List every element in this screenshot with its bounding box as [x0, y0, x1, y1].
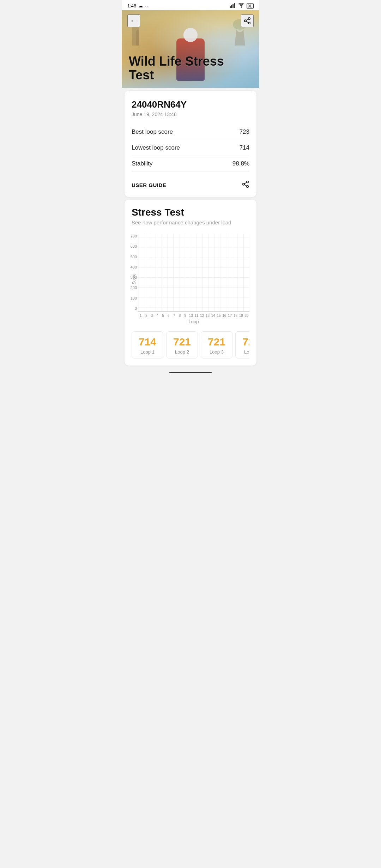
chart-svg [138, 234, 249, 311]
x-label-8: 8 [177, 314, 183, 318]
x-label-20: 20 [244, 314, 249, 318]
status-left: 1:48 [127, 3, 150, 8]
x-label-4: 4 [155, 314, 160, 318]
svg-rect-0 [230, 6, 231, 8]
chart-inner: 700 600 500 400 300 200 100 0 1234567891… [138, 234, 249, 324]
lowest-loop-row: Lowest loop score 714 [132, 140, 249, 156]
loop-card-2: 721 Loop 2 [166, 331, 198, 358]
stability-label: Stability [132, 160, 153, 167]
loop-card-3: 721 Loop 3 [201, 331, 232, 358]
best-loop-row: Best loop score 723 [132, 124, 249, 140]
loop-label-1: Loop 1 [135, 349, 159, 355]
x-label-7: 7 [171, 314, 177, 318]
x-label-9: 9 [182, 314, 188, 318]
x-labels: 1234567891011121314151617181920 [138, 314, 249, 318]
svg-rect-1 [231, 5, 232, 8]
hero-nav: ← [122, 14, 259, 27]
user-guide-share-icon[interactable] [242, 180, 249, 190]
y-label-100: 100 [125, 296, 137, 300]
signal-icon [230, 3, 236, 9]
user-guide-row[interactable]: USER GUIDE [132, 177, 249, 190]
y-label-200: 200 [125, 285, 137, 290]
loop-label-3: Loop 3 [205, 349, 229, 355]
loop-score-2: 721 [170, 336, 194, 348]
bottom-bar [122, 368, 259, 380]
time-display: 1:48 [127, 3, 136, 8]
x-label-2: 2 [144, 314, 149, 318]
y-label-0: 0 [125, 306, 137, 311]
svg-line-9 [246, 19, 248, 20]
y-label-600: 600 [125, 244, 137, 248]
stability-value: 98.8% [232, 160, 249, 167]
loop-card-4: 722 Loop 4 [235, 331, 249, 358]
hero-title-overlay: Wild Life Stress Test [129, 54, 252, 82]
loop-score-1: 714 [135, 336, 159, 348]
hero-section: ← Wild Life Stress Test [122, 10, 259, 88]
stress-test-subtitle: See how performance changes under load [132, 219, 249, 225]
x-label-11: 11 [194, 314, 199, 318]
x-label-18: 18 [233, 314, 238, 318]
home-indicator [169, 372, 212, 373]
x-label-5: 5 [160, 314, 166, 318]
x-label-14: 14 [210, 314, 216, 318]
x-label-12: 12 [199, 314, 205, 318]
best-loop-value: 723 [240, 128, 249, 135]
loop-cards: 714 Loop 1 721 Loop 2 721 Loop 3 722 Loo… [132, 331, 249, 360]
loop-score-3: 721 [205, 336, 229, 348]
loop-label-2: Loop 2 [170, 349, 194, 355]
lowest-loop-label: Lowest loop score [132, 144, 180, 151]
user-guide-label[interactable]: USER GUIDE [132, 182, 166, 188]
stress-chart-container: Score 700 600 500 400 300 200 100 0 1234… [132, 234, 249, 324]
svg-line-13 [244, 185, 247, 186]
y-label-700: 700 [125, 234, 137, 238]
x-axis-title: Loop [138, 319, 249, 324]
back-button[interactable]: ← [127, 14, 140, 27]
loop-score-4: 722 [239, 336, 249, 348]
x-label-3: 3 [149, 314, 155, 318]
loop-cards-container: 714 Loop 1 721 Loop 2 721 Loop 3 722 Loo… [132, 331, 249, 360]
status-bar: 1:48 91 [122, 0, 259, 10]
x-label-19: 19 [238, 314, 244, 318]
dots-icon [145, 3, 150, 8]
x-label-16: 16 [222, 314, 227, 318]
test-date: June 19, 2024 13:48 [132, 111, 249, 117]
cloud-icon [138, 3, 143, 8]
x-label-10: 10 [188, 314, 194, 318]
best-loop-label: Best loop score [132, 128, 173, 135]
y-label-300: 300 [125, 275, 137, 279]
x-label-1: 1 [138, 314, 144, 318]
stress-test-title: Stress Test [132, 207, 249, 218]
svg-rect-3 [234, 3, 235, 8]
y-labels: 700 600 500 400 300 200 100 0 [125, 234, 137, 311]
loop-label-4: Loop 4 [239, 349, 249, 355]
info-card: 24040RN64Y June 19, 2024 13:48 Best loop… [125, 91, 256, 197]
x-label-13: 13 [205, 314, 211, 318]
x-label-6: 6 [166, 314, 171, 318]
battery-icon: 91 [247, 3, 254, 9]
y-label-500: 500 [125, 255, 137, 259]
y-label-400: 400 [125, 265, 137, 269]
hero-title: Wild Life Stress Test [129, 54, 252, 82]
stability-row: Stability 98.8% [132, 156, 249, 172]
loop-card-1: 714 Loop 1 [132, 331, 163, 358]
wifi-icon [238, 3, 244, 9]
chart-area: 700 600 500 400 300 200 100 0 [138, 234, 249, 312]
svg-line-14 [244, 182, 247, 184]
share-button[interactable] [241, 14, 254, 27]
x-label-17: 17 [227, 314, 233, 318]
lowest-loop-value: 714 [240, 144, 249, 151]
device-name: 24040RN64Y [132, 99, 249, 110]
stress-test-card: Stress Test See how performance changes … [125, 200, 256, 366]
svg-rect-2 [232, 4, 234, 8]
x-label-15: 15 [216, 314, 222, 318]
svg-line-8 [246, 21, 248, 23]
status-right: 91 [230, 3, 254, 9]
